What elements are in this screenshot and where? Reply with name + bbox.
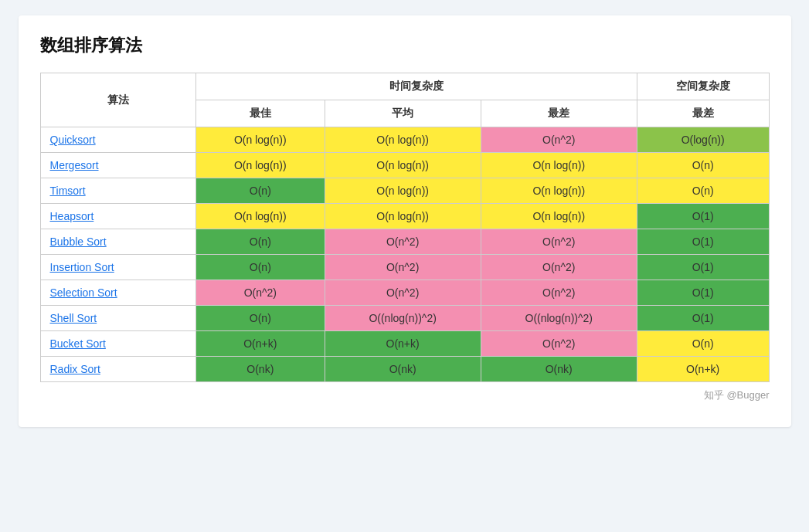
table-row: HeapsortO(n log(n))O(n log(n))O(n log(n)… (40, 204, 769, 229)
average-cell: O(n log(n)) (325, 204, 481, 229)
average-cell: O(n+k) (325, 331, 481, 357)
header-algo: 算法 (40, 73, 196, 127)
algo-name-cell: Selection Sort (40, 280, 196, 306)
space-cell: O(1) (637, 229, 769, 255)
algo-link[interactable]: Bubble Sort (50, 236, 107, 248)
algo-name-cell: Shell Sort (40, 306, 196, 331)
subheader-worst: 最差 (481, 100, 637, 127)
worst-cell: O(n^2) (481, 255, 637, 280)
average-cell: O((nlog(n))^2) (325, 306, 481, 331)
average-cell: O(n^2) (325, 255, 481, 280)
table-row: TimsortO(n)O(n log(n))O(n log(n))O(n) (40, 178, 769, 204)
algo-name-cell: Bucket Sort (40, 331, 196, 357)
worst-cell: O(n log(n)) (481, 204, 637, 229)
worst-cell: O(n^2) (481, 229, 637, 255)
best-cell: O(n) (196, 178, 325, 204)
algo-link[interactable]: Mergesort (50, 159, 99, 171)
space-cell: O(1) (637, 280, 769, 306)
worst-cell: O(n^2) (481, 127, 637, 153)
worst-cell: O(n^2) (481, 331, 637, 357)
algo-name-cell: Radix Sort (40, 357, 196, 382)
algo-name-cell: Insertion Sort (40, 255, 196, 280)
algo-link[interactable]: Selection Sort (50, 286, 117, 299)
worst-cell: O(nk) (481, 357, 637, 382)
space-cell: O(1) (637, 306, 769, 331)
best-cell: O(n) (196, 255, 325, 280)
subheader-best: 最佳 (196, 100, 325, 127)
table-row: Bucket SortO(n+k)O(n+k)O(n^2)O(n) (40, 331, 769, 357)
best-cell: O(n) (196, 306, 325, 331)
algo-name-cell: Heapsort (40, 204, 196, 229)
best-cell: O(nk) (196, 357, 325, 382)
space-cell: O(1) (637, 255, 769, 280)
algo-link[interactable]: Bucket Sort (50, 337, 106, 350)
algo-link[interactable]: Radix Sort (50, 363, 100, 375)
header-time-complexity: 时间复杂度 (196, 73, 637, 100)
best-cell: O(n log(n)) (196, 127, 325, 153)
table-row: MergesortO(n log(n))O(n log(n))O(n log(n… (40, 153, 769, 178)
space-cell: O(n) (637, 178, 769, 204)
space-cell: O(n+k) (637, 357, 769, 382)
best-cell: O(n+k) (196, 331, 325, 357)
worst-cell: O(n^2) (481, 280, 637, 306)
watermark: 知乎 @Bugger (40, 388, 770, 402)
average-cell: O(nk) (325, 357, 481, 382)
space-cell: O(n) (637, 153, 769, 178)
average-cell: O(n log(n)) (325, 127, 481, 153)
table-row: QuicksortO(n log(n))O(n log(n))O(n^2)O(l… (40, 127, 769, 153)
algo-name-cell: Bubble Sort (40, 229, 196, 255)
best-cell: O(n log(n)) (196, 204, 325, 229)
space-cell: O(n) (637, 331, 769, 357)
average-cell: O(n log(n)) (325, 153, 481, 178)
best-cell: O(n) (196, 229, 325, 255)
algo-name-cell: Mergesort (40, 153, 196, 178)
algo-link[interactable]: Quicksort (50, 134, 96, 146)
algo-link[interactable]: Timsort (50, 185, 86, 197)
page-container: 数组排序算法 算法 时间复杂度 空间复杂度 最佳 平均 最差 最差 Quicks… (19, 15, 791, 427)
average-cell: O(n log(n)) (325, 178, 481, 204)
best-cell: O(n^2) (196, 280, 325, 306)
table-row: Shell SortO(n)O((nlog(n))^2)O((nlog(n))^… (40, 306, 769, 331)
algo-link[interactable]: Heapsort (50, 210, 94, 222)
average-cell: O(n^2) (325, 280, 481, 306)
algo-link[interactable]: Shell Sort (50, 312, 97, 324)
table-row: Selection SortO(n^2)O(n^2)O(n^2)O(1) (40, 280, 769, 306)
table-row: Insertion SortO(n)O(n^2)O(n^2)O(1) (40, 255, 769, 280)
algo-name-cell: Timsort (40, 178, 196, 204)
sorting-table: 算法 时间复杂度 空间复杂度 最佳 平均 最差 最差 QuicksortO(n … (40, 73, 770, 382)
subheader-space-worst: 最差 (637, 100, 769, 127)
worst-cell: O((nlog(n))^2) (481, 306, 637, 331)
algo-name-cell: Quicksort (40, 127, 196, 153)
space-cell: O(1) (637, 204, 769, 229)
worst-cell: O(n log(n)) (481, 178, 637, 204)
worst-cell: O(n log(n)) (481, 153, 637, 178)
table-row: Radix SortO(nk)O(nk)O(nk)O(n+k) (40, 357, 769, 382)
best-cell: O(n log(n)) (196, 153, 325, 178)
space-cell: O(log(n)) (637, 127, 769, 153)
subheader-average: 平均 (325, 100, 481, 127)
page-title: 数组排序算法 (40, 34, 770, 57)
average-cell: O(n^2) (325, 229, 481, 255)
table-row: Bubble SortO(n)O(n^2)O(n^2)O(1) (40, 229, 769, 255)
algo-link[interactable]: Insertion Sort (50, 261, 114, 273)
header-space-complexity: 空间复杂度 (637, 73, 769, 100)
